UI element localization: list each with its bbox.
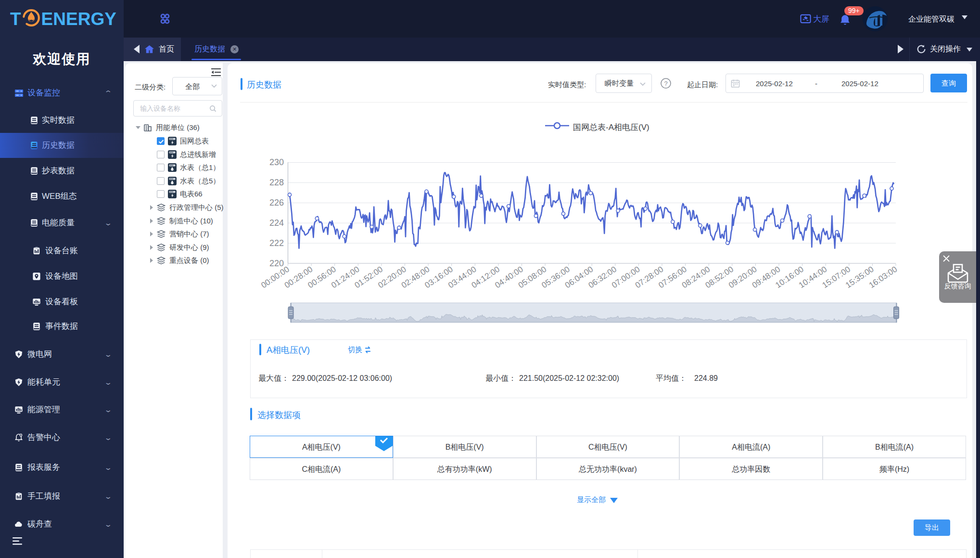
svg-text:!: ! (21, 434, 21, 436)
svg-text:220: 220 (269, 259, 284, 268)
svg-text:230: 230 (269, 157, 284, 167)
svg-text:?: ? (664, 80, 667, 87)
svg-text:226: 226 (269, 198, 284, 208)
svg-text:224: 224 (269, 218, 284, 228)
svg-text:228: 228 (269, 178, 284, 187)
svg-text:222: 222 (269, 238, 284, 248)
